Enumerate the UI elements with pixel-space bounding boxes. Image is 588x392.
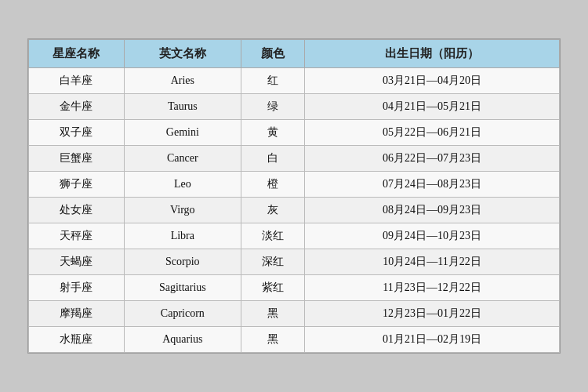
cell-date: 05月22日—06月21日 [305, 120, 560, 146]
cell-date: 01月21日—02月19日 [305, 327, 560, 353]
table-row: 射手座Sagittarius紫红11月23日—12月22日 [29, 275, 560, 301]
cell-color: 橙 [241, 172, 304, 198]
cell-color: 绿 [241, 94, 304, 120]
cell-zh: 双子座 [29, 120, 125, 146]
cell-en: Aquarius [124, 327, 241, 353]
table-row: 天蝎座Scorpio深红10月24日—11月22日 [29, 249, 560, 275]
cell-color: 黑 [241, 327, 304, 353]
zodiac-table: 星座名称 英文名称 颜色 出生日期（阳历） 白羊座Aries红03月21日—04… [28, 39, 560, 353]
header-zh: 星座名称 [29, 40, 125, 68]
cell-en: Scorpio [124, 249, 241, 275]
cell-color: 淡红 [241, 223, 304, 249]
table-row: 水瓶座Aquarius黑01月21日—02月19日 [29, 327, 560, 353]
cell-color: 黄 [241, 120, 304, 146]
cell-date: 03月21日—04月20日 [305, 68, 560, 94]
cell-en: Gemini [124, 120, 241, 146]
table-header-row: 星座名称 英文名称 颜色 出生日期（阳历） [29, 40, 560, 68]
table-row: 巨蟹座Cancer白06月22日—07月23日 [29, 146, 560, 172]
cell-date: 08月24日—09月23日 [305, 198, 560, 223]
cell-color: 深红 [241, 249, 304, 275]
cell-zh: 射手座 [29, 275, 125, 301]
cell-en: Cancer [124, 146, 241, 172]
cell-zh: 天蝎座 [29, 249, 125, 275]
table-row: 狮子座Leo橙07月24日—08月23日 [29, 172, 560, 198]
cell-zh: 水瓶座 [29, 327, 125, 353]
cell-zh: 摩羯座 [29, 301, 125, 327]
cell-zh: 狮子座 [29, 172, 125, 198]
table-row: 摩羯座Capricorn黑12月23日—01月22日 [29, 301, 560, 327]
cell-zh: 天秤座 [29, 223, 125, 249]
cell-color: 红 [241, 68, 304, 94]
cell-date: 07月24日—08月23日 [305, 172, 560, 198]
table-row: 处女座Virgo灰08月24日—09月23日 [29, 198, 560, 223]
cell-en: Libra [124, 223, 241, 249]
cell-en: Aries [124, 68, 241, 94]
cell-zh: 巨蟹座 [29, 146, 125, 172]
cell-en: Sagittarius [124, 275, 241, 301]
cell-en: Taurus [124, 94, 241, 120]
table-row: 天秤座Libra淡红09月24日—10月23日 [29, 223, 560, 249]
table-row: 双子座Gemini黄05月22日—06月21日 [29, 120, 560, 146]
cell-color: 灰 [241, 198, 304, 223]
cell-zh: 金牛座 [29, 94, 125, 120]
cell-color: 紫红 [241, 275, 304, 301]
cell-zh: 白羊座 [29, 68, 125, 94]
cell-en: Leo [124, 172, 241, 198]
cell-date: 11月23日—12月22日 [305, 275, 560, 301]
zodiac-table-container: 星座名称 英文名称 颜色 出生日期（阳历） 白羊座Aries红03月21日—04… [27, 38, 561, 354]
cell-date: 09月24日—10月23日 [305, 223, 560, 249]
cell-date: 06月22日—07月23日 [305, 146, 560, 172]
cell-date: 04月21日—05月21日 [305, 94, 560, 120]
header-en: 英文名称 [124, 40, 241, 68]
header-color: 颜色 [241, 40, 304, 68]
cell-zh: 处女座 [29, 198, 125, 223]
cell-en: Capricorn [124, 301, 241, 327]
cell-color: 黑 [241, 301, 304, 327]
cell-date: 10月24日—11月22日 [305, 249, 560, 275]
table-row: 白羊座Aries红03月21日—04月20日 [29, 68, 560, 94]
cell-color: 白 [241, 146, 304, 172]
cell-en: Virgo [124, 198, 241, 223]
table-row: 金牛座Taurus绿04月21日—05月21日 [29, 94, 560, 120]
cell-date: 12月23日—01月22日 [305, 301, 560, 327]
header-date: 出生日期（阳历） [305, 40, 560, 68]
